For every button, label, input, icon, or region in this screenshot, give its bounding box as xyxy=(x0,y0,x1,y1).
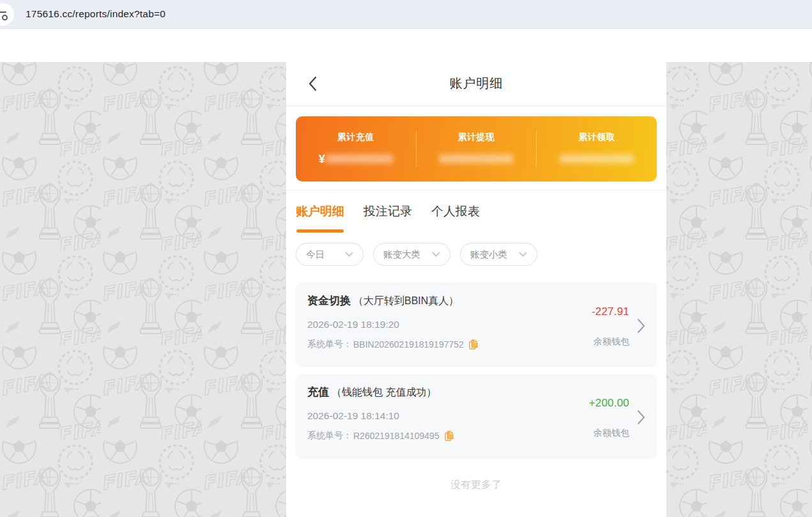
favicon-glyph-icon xyxy=(0,11,7,19)
transaction-info: 充值 （钱能钱包 充值成功） 2026-02-19 18:14:10 系统单号：… xyxy=(307,385,589,449)
tab-bar: 账户明细 投注记录 个人报表 xyxy=(296,203,657,233)
total-withdraw-value: 88888888888 xyxy=(417,153,537,167)
summary-section: 累计充值 ¥8888888888 累计提现 88888888888 累计领取 8… xyxy=(286,106,666,190)
masked-amount: 8888888888 xyxy=(326,153,393,166)
back-button[interactable] xyxy=(304,75,321,92)
browser-url-bar[interactable]: 175616.cc/reports/index?tab=0 xyxy=(0,0,812,29)
chevron-down-icon xyxy=(432,252,440,257)
order-number: BBIN202602191819197752 xyxy=(353,339,464,350)
transaction-amount-block: -227.91 余额钱包 xyxy=(592,293,645,358)
filter-label: 账变小类 xyxy=(470,249,507,261)
filter-minor-type-dropdown[interactable]: 账变小类 xyxy=(460,243,537,266)
wallet-label: 余额钱包 xyxy=(594,428,629,439)
transaction-type: 资金切换 xyxy=(307,293,351,308)
copy-icon xyxy=(445,431,454,441)
chevron-right-icon xyxy=(637,410,645,425)
url-text[interactable]: 175616.cc/reports/index?tab=0 xyxy=(26,8,165,20)
total-withdraw: 累计提现 88888888888 xyxy=(417,132,537,167)
order-number: R2602191814109495 xyxy=(353,431,440,441)
transaction-row[interactable]: 充值 （钱能钱包 充值成功） 2026-02-19 18:14:10 系统单号：… xyxy=(296,374,657,459)
transaction-amount-block: +200.00 余额钱包 xyxy=(589,385,645,449)
tab-personal-report[interactable]: 个人报表 xyxy=(431,203,480,233)
totals-card: 累计充值 ¥8888888888 累计提现 88888888888 累计领取 8… xyxy=(296,116,657,181)
total-deposit: 累计充值 ¥8888888888 xyxy=(296,132,416,167)
page-title: 账户明细 xyxy=(450,75,503,92)
transaction-subtitle: （大厅转到BBIN真人） xyxy=(353,295,459,308)
transaction-datetime: 2026-02-19 18:14:10 xyxy=(307,410,589,422)
tab-bet-records[interactable]: 投注记录 xyxy=(364,203,412,233)
copy-icon xyxy=(469,339,478,350)
total-claim-label: 累计领取 xyxy=(537,132,657,143)
transaction-order-row: 系统单号： BBIN202602191819197752 xyxy=(307,339,592,350)
page-body: FIFA xyxy=(0,29,812,517)
filter-major-type-dropdown[interactable]: 账变大类 xyxy=(373,243,450,266)
total-withdraw-label: 累计提现 xyxy=(417,132,537,143)
row-chevron[interactable] xyxy=(637,410,645,425)
tab-label: 投注记录 xyxy=(364,204,412,218)
copy-order-button[interactable] xyxy=(469,339,478,350)
no-more-text: 没有更多了 xyxy=(296,479,657,491)
copy-order-button[interactable] xyxy=(445,431,454,441)
transaction-row[interactable]: 资金切换 （大厅转到BBIN真人） 2026-02-19 18:19:20 系统… xyxy=(296,282,657,367)
wallet-label: 余额钱包 xyxy=(594,336,629,348)
tabs-section: 账户明细 投注记录 个人报表 xyxy=(286,190,666,233)
transaction-order-row: 系统单号： R2602191814109495 xyxy=(307,430,589,442)
row-chevron[interactable] xyxy=(637,318,645,334)
masked-amount: 88888888888 xyxy=(560,153,634,166)
chevron-left-icon xyxy=(308,76,317,91)
chevron-down-icon xyxy=(519,252,527,257)
transaction-type: 充值 xyxy=(307,385,329,399)
tab-account-details[interactable]: 账户明细 xyxy=(296,203,344,233)
chevron-right-icon xyxy=(637,318,645,334)
filter-row: 今日 账变大类 账变小类 xyxy=(286,233,666,266)
site-icon xyxy=(0,3,14,26)
currency-symbol: ¥ xyxy=(319,153,325,166)
transaction-datetime: 2026-02-19 18:19:20 xyxy=(307,319,592,330)
total-claim: 累计领取 88888888888 xyxy=(537,132,657,167)
total-deposit-label: 累计充值 xyxy=(296,132,416,143)
total-claim-value: 88888888888 xyxy=(537,153,657,167)
filter-label: 账变大类 xyxy=(383,249,420,261)
order-label: 系统单号： xyxy=(307,430,352,442)
filter-label: 今日 xyxy=(306,249,325,261)
order-label: 系统单号： xyxy=(307,339,352,350)
app-container: 账户明细 累计充值 ¥8888888888 累计提现 88888888888 累… xyxy=(286,29,666,517)
active-tab-indicator xyxy=(296,229,344,233)
app-header: 账户明细 xyxy=(286,29,666,106)
filter-date-dropdown[interactable]: 今日 xyxy=(296,243,364,266)
masked-amount: 88888888888 xyxy=(440,153,514,166)
tab-label: 账户明细 xyxy=(296,204,344,218)
transaction-list: 资金切换 （大厅转到BBIN真人） 2026-02-19 18:19:20 系统… xyxy=(286,266,666,491)
transaction-subtitle: （钱能钱包 充值成功） xyxy=(332,386,436,399)
transaction-info: 资金切换 （大厅转到BBIN真人） 2026-02-19 18:19:20 系统… xyxy=(307,293,592,358)
transaction-amount: +200.00 xyxy=(589,397,629,410)
total-deposit-value: ¥8888888888 xyxy=(296,153,416,167)
tab-label: 个人报表 xyxy=(431,204,480,218)
transaction-amount: -227.91 xyxy=(592,305,629,318)
chevron-down-icon xyxy=(345,252,353,257)
